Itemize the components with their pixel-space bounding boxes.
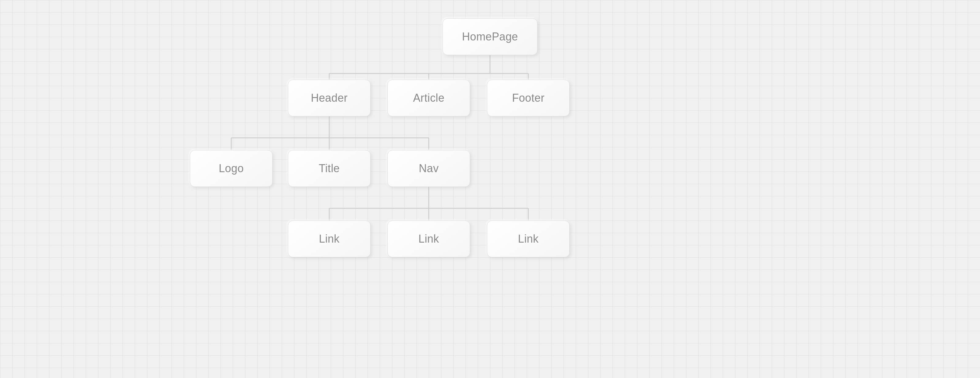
node-link3[interactable]: Link	[487, 220, 570, 257]
node-article[interactable]: Article	[387, 80, 470, 116]
node-logo[interactable]: Logo	[190, 150, 272, 187]
node-footer-label: Footer	[512, 92, 544, 104]
diagram-container: HomePage Header Article Footer Logo Titl…	[0, 0, 980, 378]
node-homepage[interactable]: HomePage	[442, 18, 538, 55]
node-logo-label: Logo	[219, 162, 244, 175]
node-link1-label: Link	[319, 233, 339, 246]
node-link2[interactable]: Link	[387, 220, 470, 257]
node-link1[interactable]: Link	[288, 220, 371, 257]
node-article-label: Article	[413, 92, 445, 104]
connectors-svg	[0, 0, 980, 378]
node-header-label: Header	[311, 92, 348, 104]
node-nav[interactable]: Nav	[387, 150, 470, 187]
node-nav-label: Nav	[418, 162, 439, 175]
node-link3-label: Link	[518, 233, 538, 246]
node-title[interactable]: Title	[288, 150, 371, 187]
node-header[interactable]: Header	[288, 80, 371, 116]
node-link2-label: Link	[418, 233, 439, 246]
node-homepage-label: HomePage	[462, 30, 518, 43]
node-title-label: Title	[319, 162, 340, 175]
node-footer[interactable]: Footer	[487, 80, 570, 116]
